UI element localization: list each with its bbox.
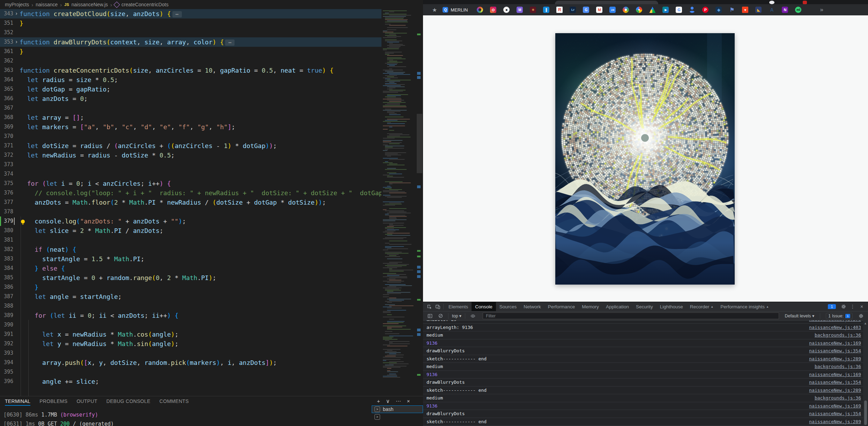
code-line-366[interactable]: 366 let anzDots = 0; xyxy=(0,94,381,103)
bookmark-favicon-reddit-r[interactable]: R xyxy=(556,7,563,13)
panel-tab-output[interactable]: OUTPUT xyxy=(76,396,97,406)
source-link[interactable]: backgrounds.js:36 xyxy=(815,395,861,401)
breadcrumb-item-file[interactable]: naissanceNew.js xyxy=(72,2,108,7)
code-line-387[interactable]: 387 let angle = startAngle; xyxy=(0,292,381,301)
devtools-tab-network[interactable]: Network xyxy=(520,302,544,311)
breadcrumb-item-symbol[interactable]: createConcentricDots xyxy=(121,2,169,7)
console-row[interactable]: sketch------------ endnaissanceNew.js:28… xyxy=(423,418,863,426)
issues-counter[interactable]: 1 Issue: 1 xyxy=(826,313,853,319)
code-line-391[interactable]: 391 let x = newRadius * Math.cos(angle); xyxy=(0,330,381,339)
bookmarks-overflow-icon[interactable]: » xyxy=(820,6,823,13)
bookmark-favicon-letter-a[interactable]: A xyxy=(769,7,775,13)
line-number[interactable]: 384 xyxy=(0,264,13,273)
clear-console-icon[interactable] xyxy=(436,312,445,320)
devtools-tab-application[interactable]: Application xyxy=(602,302,632,311)
bookmark-star-icon[interactable]: ★ xyxy=(432,7,437,13)
code-line-385[interactable]: 385 startAngle = 0 + random.range(0, 2 *… xyxy=(0,273,381,282)
bookmark-favicon-account-person[interactable] xyxy=(689,7,695,13)
breadcrumb-item-folder[interactable]: naissance xyxy=(36,2,58,7)
line-number[interactable]: 374 xyxy=(0,169,13,179)
console-log-list[interactable]: anzDots: 29naissanceNew.js:379arrayLengt… xyxy=(423,320,863,426)
console-messages-badge[interactable]: 1 xyxy=(828,304,836,309)
source-link[interactable]: naissanceNew.js:379 xyxy=(809,320,861,322)
code-line-380[interactable]: 380 let slice = 2 * Math.PI / anzDots; xyxy=(0,226,381,235)
console-row[interactable]: sketch------------ endnaissanceNew.js:28… xyxy=(423,355,863,363)
code-line-379[interactable]: 379 console.log("anzDots: " + anzDots + … xyxy=(0,216,381,226)
code-line-384[interactable]: 384 } else { xyxy=(0,264,381,273)
code-line-352[interactable]: 352 xyxy=(0,28,381,37)
device-toolbar-icon[interactable] xyxy=(433,303,442,310)
line-number[interactable]: 353 xyxy=(0,37,13,47)
source-link[interactable]: naissanceNew.js:403 xyxy=(809,325,861,330)
code-line-363[interactable]: 363function createConcentricDots(size, a… xyxy=(0,66,381,75)
bookmark-favicon-instagram[interactable]: ⊙ xyxy=(490,7,496,13)
console-row[interactable]: drawBlurryDotsnaissanceNew.js:354 xyxy=(423,347,863,355)
code-line-376[interactable]: 376 // console.log("loop: " + i + " radi… xyxy=(0,188,381,198)
code-line-351[interactable]: 351} xyxy=(0,19,381,28)
devtools-tab-recorder[interactable]: Recorder▲ xyxy=(687,302,717,311)
bookmark-favicon-lightroom[interactable]: Lr xyxy=(570,7,576,13)
code-line-389[interactable]: 389 for (let ii = 0; ii < anzDots; ii++)… xyxy=(0,311,381,320)
bookmark-favicon-google-calendar[interactable]: 24 xyxy=(609,7,616,13)
line-number[interactable]: 389 xyxy=(0,311,13,320)
new-terminal-icon[interactable]: + xyxy=(377,398,380,404)
source-link[interactable]: naissanceNew.js:169 xyxy=(809,340,861,346)
console-filter-input[interactable] xyxy=(483,313,779,319)
editor-scrollbar[interactable] xyxy=(416,9,423,396)
devtools-tab-performance[interactable]: Performance xyxy=(544,302,578,311)
bookmark-favicon-rainbow-ring[interactable] xyxy=(477,7,483,13)
line-number[interactable]: 387 xyxy=(0,292,13,301)
source-link[interactable]: naissanceNew.js:169 xyxy=(809,403,861,409)
panel-more-icon[interactable]: ⋯ xyxy=(396,398,401,404)
console-settings-gear-icon[interactable] xyxy=(857,312,865,320)
inspect-element-icon[interactable] xyxy=(425,303,433,310)
console-row[interactable]: anzDots: 29naissanceNew.js:379 xyxy=(423,320,863,324)
line-number[interactable]: 364 xyxy=(0,75,13,85)
console-row[interactable]: drawBlurryDotsnaissanceNew.js:354 xyxy=(423,379,863,387)
code-line-367[interactable]: 367 xyxy=(0,103,381,113)
devtools-tab-lighthouse[interactable]: Lighthouse xyxy=(656,302,687,311)
bookmark-favicon-google-photos[interactable] xyxy=(636,7,642,13)
source-link[interactable]: backgrounds.js:36 xyxy=(815,364,861,369)
devtools-tab-security[interactable]: Security xyxy=(632,302,656,311)
line-number[interactable]: 367 xyxy=(0,103,13,113)
code-line-369[interactable]: 369 let markers = ["a", "b", "c", "d", "… xyxy=(0,122,381,132)
console-row[interactable]: arrayLength: 9136naissanceNew.js:403 xyxy=(423,324,863,332)
source-link[interactable]: naissanceNew.js:354 xyxy=(809,348,861,353)
context-selector[interactable]: top ▾ xyxy=(452,313,461,318)
line-number[interactable]: 383 xyxy=(0,254,13,264)
scrollbar-thumb[interactable] xyxy=(864,401,867,425)
console-row[interactable]: mediumbackgrounds.js:36 xyxy=(423,394,863,402)
bookmark-favicon-google-shopping[interactable]: G xyxy=(676,7,682,13)
bookmark-favicon-ml-green[interactable]: ml xyxy=(795,7,801,13)
minimap[interactable] xyxy=(381,9,416,396)
code-line-390[interactable]: 390 xyxy=(0,320,381,330)
code-line-374[interactable]: 374 xyxy=(0,169,381,179)
devtools-close-icon[interactable]: × xyxy=(858,303,866,310)
line-number[interactable]: 392 xyxy=(0,339,13,348)
line-number[interactable]: 386 xyxy=(0,282,13,292)
bookmark-favicon-orange-heart[interactable]: ♥ xyxy=(742,7,748,13)
panel-tab-problems[interactable]: PROBLEMS xyxy=(39,396,67,406)
code-line-377[interactable]: 377 anzDots = Math.floor(2 * Math.PI * n… xyxy=(0,198,381,207)
eye-icon[interactable] xyxy=(469,312,477,320)
code-line-394[interactable]: 394 array.push([x, y, dotSize, random.pi… xyxy=(0,358,381,367)
terminal-list-item[interactable]: > xyxy=(372,413,423,421)
line-number[interactable]: 393 xyxy=(0,348,13,358)
console-sidebar-icon[interactable] xyxy=(426,312,434,320)
code-line-368[interactable]: 368 let array = []; xyxy=(0,113,381,122)
line-number[interactable]: 380 xyxy=(0,226,13,235)
bookmark-favicon-google-meet[interactable]: ▶ xyxy=(662,7,669,13)
line-number[interactable]: 343 xyxy=(0,9,13,19)
bookmark-favicon-google-maps[interactable] xyxy=(623,7,629,13)
line-number[interactable]: 352 xyxy=(0,28,13,37)
line-number[interactable]: 372 xyxy=(0,150,13,160)
breadcrumb[interactable]: myProjects › naissance › JS naissanceNew… xyxy=(0,0,423,9)
devtools-tab-console[interactable]: Console xyxy=(472,302,496,311)
bookmark-favicon-google-news[interactable]: G xyxy=(583,7,589,13)
line-number[interactable]: 368 xyxy=(0,113,13,122)
line-number[interactable]: 361 xyxy=(0,47,13,56)
code-lines[interactable]: 343›function createDotCloud(size, anzDot… xyxy=(0,9,381,396)
line-number[interactable]: 365 xyxy=(0,85,13,94)
bookmark-favicon-gmail[interactable]: M xyxy=(596,7,602,13)
